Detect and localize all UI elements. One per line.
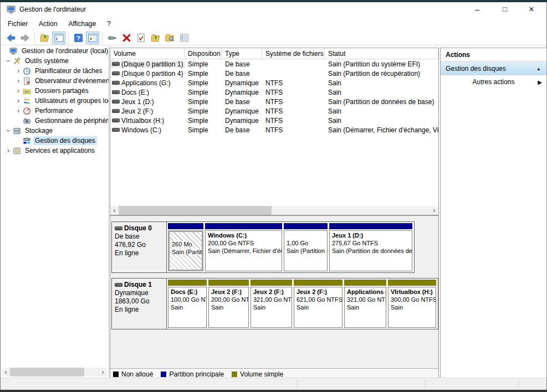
local-users-groups-icon <box>23 97 31 105</box>
volume-body[interactable]: Jeux 2 (F:) 200,00 Go NTFS Sain <box>208 287 249 328</box>
minimize-button[interactable]: – <box>464 2 490 17</box>
title-bar[interactable]: Gestion de l'ordinateur – □ × <box>1 2 546 17</box>
partition-block[interactable]: 1,00 Go Sain (Partition de récupération) <box>284 223 328 271</box>
scroll-track[interactable] <box>10 368 99 376</box>
collapse-triangle-icon[interactable]: ▲ <box>536 66 541 71</box>
volume-body[interactable]: Jeux 2 (F:) 321,00 Go NTFS Sain <box>251 287 292 328</box>
chevron-right-icon[interactable]: › <box>15 67 22 75</box>
delete-volume-button[interactable] <box>120 32 133 44</box>
menu-action[interactable]: Action <box>33 18 63 29</box>
table-row[interactable]: Jeux 1 (D:) Simple De base NTFS Sain (Pa… <box>110 97 438 106</box>
tree-item-services-applications[interactable]: › Services et applications <box>1 146 109 156</box>
menu-fichier[interactable]: Fichier <box>2 18 33 29</box>
volume-block[interactable]: Applications (G:) 321,00 Go NTFS Sain <box>344 280 386 328</box>
table-row[interactable]: (Disque 0 partition 4) Simple De base Sa… <box>110 69 438 78</box>
table-row[interactable]: VIrtualbox (H:) Simple Dynamique NTFS Sa… <box>110 116 438 125</box>
chevron-right-icon[interactable]: › <box>15 77 22 85</box>
chevron-right-icon[interactable]: › <box>5 147 12 154</box>
partition-body[interactable]: 1,00 Go Sain (Partition de récupération) <box>284 230 328 271</box>
tree-horizontal-scrollbar[interactable]: ‹ › <box>2 368 107 376</box>
volume-icon <box>112 80 120 86</box>
tree-item-performance[interactable]: › Performance <box>1 106 109 116</box>
volume-block[interactable]: Docs (E:) 100,00 Go NTFS Sain <box>168 280 207 328</box>
chevron-right-icon[interactable]: › <box>15 107 22 115</box>
partition-body[interactable]: Windows (C:) 200,00 Go NTFS Sain (Démarr… <box>205 230 282 271</box>
scroll-track[interactable] <box>119 206 430 215</box>
table-row[interactable]: Docs (E:) Simple Dynamique NTFS Sain <box>110 87 438 97</box>
partition-color-bar <box>284 223 328 229</box>
open-folder-button[interactable] <box>149 32 162 44</box>
close-button[interactable]: × <box>519 2 544 17</box>
menu-help[interactable]: ? <box>101 18 116 29</box>
volume-body[interactable]: Jeux 2 (F:) 621,00 Go NTFS Sain <box>294 287 342 328</box>
column-header-status[interactable]: Statut <box>325 48 438 59</box>
table-row[interactable]: Applications (G:) Simple Dynamique NTFS … <box>110 78 438 87</box>
tree-item-computer-management[interactable]: Gestion de l'ordinateur (local) <box>1 46 109 56</box>
export-list-button[interactable] <box>38 32 51 44</box>
volume-body[interactable]: Docs (E:) 100,00 Go NTFS Sain <box>168 287 207 328</box>
scroll-left-arrow[interactable]: ‹ <box>110 207 119 214</box>
pointer-device-icon <box>107 33 117 43</box>
menu-affichage[interactable]: Affichage <box>63 18 101 29</box>
tree-item-device-manager[interactable]: Gestionnaire de périphériques <box>1 116 109 126</box>
forward-button[interactable] <box>18 32 32 44</box>
volume-block[interactable]: VIrtualbox (H:) 300,00 Go NTFS Sain <box>388 280 436 328</box>
chevron-down-icon[interactable]: › <box>4 127 12 134</box>
volume-block[interactable]: Jeux 2 (F:) 200,00 Go NTFS Sain <box>208 280 249 328</box>
chevron-right-icon[interactable]: › <box>15 87 22 95</box>
disk-row-0: Disque 0 De base 476,92 Go En ligne 260 … <box>111 221 415 273</box>
scroll-thumb[interactable] <box>119 206 272 215</box>
scroll-right-arrow[interactable]: › <box>99 368 107 376</box>
volume-horizontal-scrollbar[interactable]: ‹ › <box>110 206 438 215</box>
tree-item-storage[interactable]: › Stockage <box>1 126 109 136</box>
show-console-tree-button[interactable] <box>52 32 65 44</box>
partition-block[interactable]: Windows (C:) 200,00 Go NTFS Sain (Démarr… <box>205 223 282 271</box>
column-header-disposition[interactable]: Disposition <box>185 48 222 59</box>
disk-1-header[interactable]: Disque 1 Dynamique 1863,00 Go En ligne <box>112 278 167 329</box>
scroll-thumb[interactable] <box>10 368 84 376</box>
tree-item-shared-folders[interactable]: › Dossiers partagés <box>1 86 109 96</box>
tree-item-local-users-groups[interactable]: › Utilisateurs et groupes locaux <box>1 96 109 106</box>
rescan-disks-button[interactable] <box>105 32 119 44</box>
disk-0-header[interactable]: Disque 0 De base 476,92 Go En ligne <box>112 222 167 272</box>
help-button[interactable] <box>71 32 85 44</box>
task-list-button[interactable] <box>177 32 191 44</box>
volume-icon <box>112 117 120 123</box>
maximize-button[interactable]: □ <box>492 2 518 17</box>
actions-item-more-actions[interactable]: Autres actions ▶ <box>441 75 546 89</box>
volume-block[interactable]: Jeux 2 (F:) 321,00 Go NTFS Sain <box>251 280 292 328</box>
table-row[interactable]: Windows (C:) Simple De base NTFS Sain (D… <box>110 125 438 135</box>
explore-folder-button[interactable] <box>163 32 176 44</box>
volume-body[interactable]: VIrtualbox (H:) 300,00 Go NTFS Sain <box>388 287 436 328</box>
show-action-pane-button[interactable] <box>86 32 99 44</box>
table-row[interactable]: Jeux 2 (F:) Simple Dynamique NTFS Sain <box>110 106 438 116</box>
chevron-down-icon[interactable]: › <box>4 58 12 64</box>
actions-group-disk-management[interactable]: Gestion des disques ▲ <box>441 62 546 75</box>
partition-body-selected[interactable]: 260 Mo Sain (Partition du système EFI) <box>168 230 203 271</box>
disk-size: 476,92 Go <box>115 241 165 249</box>
column-header-volume[interactable]: Volume <box>110 48 185 59</box>
properties-button[interactable] <box>134 32 147 44</box>
partition-block[interactable]: 260 Mo Sain (Partition du système EFI) <box>168 223 203 271</box>
column-header-filesystem[interactable]: Système de fichiers <box>262 48 325 59</box>
column-header-type[interactable]: Type <box>222 48 262 59</box>
performance-icon <box>23 107 31 115</box>
volume-block[interactable]: Jeux 2 (F:) 621,00 Go NTFS Sain <box>294 280 342 328</box>
partition-block[interactable]: Jeux 1 (D:) 275,67 Go NTFS Sain (Partiti… <box>329 223 412 271</box>
volume-body[interactable]: Applications (G:) 321,00 Go NTFS Sain <box>344 287 386 328</box>
tree-item-disk-management[interactable]: Gestion des disques <box>1 136 109 146</box>
tree-item-event-viewer[interactable]: › Observateur d'événements <box>1 76 109 86</box>
chevron-right-icon[interactable]: › <box>15 97 22 105</box>
disk-1-blocks: Docs (E:) 100,00 Go NTFS Sain Jeux 2 (F:… <box>167 278 438 329</box>
volume-icon <box>112 108 120 114</box>
partition-body[interactable]: Jeux 1 (D:) 275,67 Go NTFS Sain (Partiti… <box>329 230 412 271</box>
scroll-left-arrow[interactable]: ‹ <box>2 368 10 376</box>
computer-icon <box>9 47 18 55</box>
scroll-right-arrow[interactable]: › <box>430 207 438 214</box>
volume-icon <box>112 70 120 76</box>
back-button[interactable] <box>4 32 17 44</box>
table-row[interactable]: (Disque 0 partition 1) Simple De base Sa… <box>110 59 438 69</box>
tree-item-task-scheduler[interactable]: › Planificateur de tâches <box>1 66 109 76</box>
tree-item-system-tools[interactable]: › Outils système <box>1 56 109 66</box>
desktop-edge-bottom <box>0 390 547 392</box>
